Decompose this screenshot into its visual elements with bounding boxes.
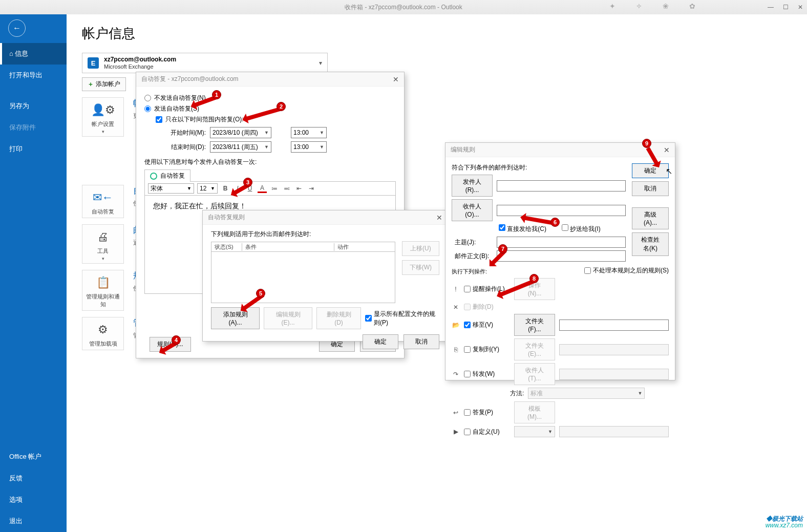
end-time-combo[interactable]: 13:00▼ bbox=[291, 141, 327, 153]
manage-addins-button[interactable]: ⚙ 管理加载项 bbox=[82, 317, 124, 350]
sidebar-item-options[interactable]: 选项 bbox=[0, 489, 67, 510]
start-time-combo[interactable]: 13:00▼ bbox=[291, 127, 327, 138]
checkbox-label: 自定义(U) bbox=[473, 428, 500, 436]
sidebar-item-feedback[interactable]: 反馈 bbox=[0, 467, 67, 489]
close-icon[interactable]: ✕ bbox=[436, 214, 442, 222]
chevron-down-icon: ▼ bbox=[320, 144, 324, 150]
subject-label: 主题(J): bbox=[452, 238, 493, 247]
radio-label: 不发送自动答复(N) bbox=[154, 94, 206, 102]
checkbox-time-range[interactable] bbox=[156, 116, 162, 123]
tab-label: 自动答复 bbox=[160, 172, 185, 180]
move-folder-button[interactable]: 文件夹(F)... bbox=[514, 314, 555, 336]
chevron-down-icon: ▼ bbox=[210, 186, 215, 191]
to-button[interactable]: 收件人(O)... bbox=[452, 199, 493, 221]
sidebar-item-open-export[interactable]: 打开和导出 bbox=[0, 65, 67, 86]
from-button[interactable]: 发件人(R)... bbox=[452, 175, 493, 197]
close-icon[interactable]: ✕ bbox=[664, 146, 670, 154]
tools-button[interactable]: 🖨 工具 ▾ bbox=[82, 224, 124, 264]
card-label: 自动答复 bbox=[84, 208, 121, 216]
chevron-down-icon: ▾ bbox=[319, 59, 322, 67]
sidebar-item-save-as[interactable]: 另存为 bbox=[0, 95, 67, 117]
cancel-button[interactable]: 取消 bbox=[404, 334, 439, 349]
font-size-selector[interactable]: 12▼ bbox=[197, 183, 218, 194]
font-color-icon[interactable]: A bbox=[258, 184, 267, 193]
close-icon[interactable]: ✕ bbox=[393, 75, 399, 83]
reply-checkbox[interactable] bbox=[464, 409, 471, 416]
auto-reply-tab[interactable]: 自动答复 bbox=[144, 169, 190, 182]
advanced-button[interactable]: 高级(A)... bbox=[632, 207, 669, 229]
alert-checkbox[interactable] bbox=[464, 286, 471, 292]
stop-processing-checkbox[interactable] bbox=[584, 267, 591, 274]
annotation-badge-1: 1 bbox=[212, 90, 221, 99]
checkbox-label: 抄送给我(I) bbox=[570, 225, 600, 232]
col-status: 状态(S) bbox=[211, 243, 242, 251]
sidebar-item-exit[interactable]: 退出 bbox=[0, 510, 67, 532]
backstage-sidebar: ← ⌂ 信息 打开和导出 另存为 保存附件 打印 Office 帐户 反馈 选项… bbox=[0, 14, 67, 532]
forward-to-input bbox=[559, 369, 669, 380]
close-icon[interactable]: ✕ bbox=[798, 4, 803, 11]
sent-to-me-checkbox[interactable] bbox=[499, 224, 505, 231]
sidebar-item-print[interactable]: 打印 bbox=[0, 138, 67, 160]
number-list-icon[interactable]: ≕ bbox=[282, 185, 291, 192]
custom-icon: ▶ bbox=[452, 428, 460, 435]
body-input[interactable] bbox=[497, 250, 626, 262]
checkbox-label: 直接发给我(C) bbox=[507, 225, 546, 232]
move-folder-input[interactable] bbox=[559, 320, 669, 331]
method-combo: 标准▼ bbox=[528, 388, 645, 399]
decoration-birds: ✦ ✧ ❀ ✿ bbox=[609, 2, 705, 10]
dialog-title: 自动答复规则 bbox=[208, 213, 245, 222]
indent-icon[interactable]: ⇥ bbox=[307, 185, 316, 192]
end-time-label: 结束时间(D): bbox=[165, 143, 206, 152]
sidebar-item-save-attachments: 保存附件 bbox=[0, 117, 67, 138]
edit-rule-button: 编辑规则(E)... bbox=[264, 307, 312, 329]
account-email: xz7pccom@outlook.com bbox=[104, 56, 176, 63]
auto-reply-button[interactable]: ✉← 自动答复 bbox=[82, 185, 124, 218]
start-date-combo[interactable]: 2023/8/10 (周四)▼ bbox=[210, 127, 271, 138]
dialog-title: 自动答复 - xz7pccom@outlook.com bbox=[141, 75, 239, 83]
copy-checkbox[interactable] bbox=[464, 346, 471, 353]
bullet-list-icon[interactable]: ≔ bbox=[270, 185, 279, 192]
minimize-icon[interactable]: — bbox=[768, 4, 774, 11]
account-settings-button[interactable]: 👤⚙ 帐户设置 ▾ bbox=[82, 97, 124, 137]
cancel-button[interactable]: 取消 bbox=[632, 181, 669, 196]
show-all-profiles-checkbox[interactable] bbox=[365, 315, 372, 322]
col-condition: 条件 bbox=[242, 243, 334, 251]
rules-subtitle: 下列规则适用于您外出而邮件到达时: bbox=[211, 230, 439, 239]
auto-reply-icon: ✉← bbox=[84, 189, 121, 206]
annotation-badge-3: 3 bbox=[243, 178, 252, 187]
subject-input[interactable] bbox=[497, 237, 626, 248]
sidebar-item-office-account[interactable]: Office 帐户 bbox=[0, 446, 67, 467]
account-selector[interactable]: E xz7pccom@outlook.com Microsoft Exchang… bbox=[82, 53, 328, 73]
page-title: 帐户信息 bbox=[82, 25, 792, 42]
custom-combo: ▼ bbox=[514, 426, 555, 437]
move-down-button: 下移(W) bbox=[402, 260, 439, 275]
sidebar-item-info[interactable]: ⌂ 信息 bbox=[0, 43, 67, 65]
forward-icon: ↷ bbox=[452, 371, 460, 378]
from-input[interactable] bbox=[497, 180, 626, 191]
watermark-title: ◆极光下载站 bbox=[766, 516, 803, 522]
back-button[interactable]: ← bbox=[8, 19, 26, 37]
radio-send-autoreply[interactable] bbox=[144, 105, 151, 112]
reply-template-button: 模板(M)... bbox=[514, 401, 555, 423]
custom-checkbox[interactable] bbox=[464, 429, 471, 435]
radio-no-autoreply[interactable] bbox=[144, 95, 151, 101]
dropdown-icon: ▾ bbox=[84, 256, 121, 261]
delete-rule-button: 删除规则(D) bbox=[316, 307, 361, 329]
rules-list[interactable] bbox=[211, 252, 395, 303]
window-controls: — ☐ ✕ bbox=[768, 4, 803, 11]
actions-header: 执行下列操作: bbox=[452, 268, 487, 275]
cc-me-checkbox[interactable] bbox=[562, 224, 568, 231]
add-account-button[interactable]: ＋ 添加帐户 bbox=[82, 77, 126, 91]
annotation-badge-4: 4 bbox=[172, 335, 181, 345]
font-selector[interactable]: 宋体▼ bbox=[148, 183, 194, 194]
outdent-icon[interactable]: ⇤ bbox=[294, 185, 304, 192]
maximize-icon[interactable]: ☐ bbox=[783, 4, 789, 11]
ok-button[interactable]: 确定 bbox=[363, 334, 398, 349]
check-names-button[interactable]: 检查姓名(K) bbox=[632, 232, 669, 256]
end-date-combo[interactable]: 2023/8/11 (周五)▼ bbox=[210, 141, 271, 153]
forward-to-button: 收件人(T)... bbox=[514, 363, 555, 385]
manage-rules-button[interactable]: 📋 管理规则和通知 bbox=[82, 270, 124, 311]
start-time-label: 开始时间(M): bbox=[165, 129, 206, 137]
forward-checkbox[interactable] bbox=[464, 371, 471, 377]
move-checkbox[interactable] bbox=[464, 322, 471, 328]
